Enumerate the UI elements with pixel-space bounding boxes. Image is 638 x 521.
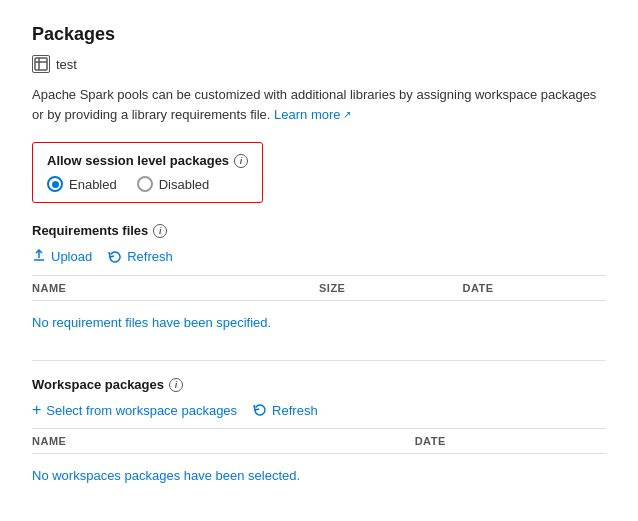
requirements-size-col: SIZE	[319, 282, 463, 294]
requirements-info-icon[interactable]: i	[153, 224, 167, 238]
requirements-empty-message: No requirement files have been specified…	[32, 305, 606, 340]
enabled-radio[interactable]: Enabled	[47, 176, 117, 192]
external-link-icon: ↗	[343, 107, 351, 122]
learn-more-link[interactable]: Learn more ↗	[274, 105, 350, 125]
session-packages-info-icon[interactable]: i	[234, 154, 248, 168]
pool-name-row: test	[32, 55, 606, 73]
workspace-refresh-icon	[253, 403, 267, 417]
disabled-radio[interactable]: Disabled	[137, 176, 210, 192]
requirements-refresh-icon	[108, 250, 122, 264]
page-title: Packages	[32, 24, 606, 45]
description-text: Apache Spark pools can be customized wit…	[32, 85, 606, 124]
enabled-label: Enabled	[69, 177, 117, 192]
select-workspace-packages-button[interactable]: + Select from workspace packages	[32, 402, 237, 418]
workspace-packages-info-icon[interactable]: i	[169, 378, 183, 392]
disabled-label: Disabled	[159, 177, 210, 192]
workspace-name-col: NAME	[32, 435, 415, 447]
requirements-section: Requirements files i Upload Refresh	[32, 223, 606, 340]
requirements-refresh-button[interactable]: Refresh	[108, 249, 173, 264]
upload-icon	[32, 248, 46, 265]
requirements-table-header: NAME SIZE DATE	[32, 275, 606, 301]
session-packages-label: Allow session level packages i	[47, 153, 248, 168]
requirements-toolbar: Upload Refresh	[32, 248, 606, 265]
plus-icon: +	[32, 402, 41, 418]
requirements-header: Requirements files i	[32, 223, 606, 238]
section-divider	[32, 360, 606, 361]
disabled-radio-circle	[137, 176, 153, 192]
svg-rect-0	[35, 58, 47, 70]
workspace-packages-empty-message: No workspaces packages have been selecte…	[32, 458, 606, 493]
workspace-packages-header: Workspace packages i	[32, 377, 606, 392]
workspace-packages-toolbar: + Select from workspace packages Refresh	[32, 402, 606, 418]
workspace-packages-section: Workspace packages i + Select from works…	[32, 377, 606, 493]
upload-button[interactable]: Upload	[32, 248, 92, 265]
requirements-date-col: DATE	[463, 282, 607, 294]
workspace-refresh-button[interactable]: Refresh	[253, 403, 318, 418]
enabled-radio-circle	[47, 176, 63, 192]
pool-name-label: test	[56, 57, 77, 72]
workspace-date-col: DATE	[415, 435, 606, 447]
workspace-packages-table-header: NAME DATE	[32, 428, 606, 454]
session-packages-box: Allow session level packages i Enabled D…	[32, 142, 263, 203]
requirements-name-col: NAME	[32, 282, 319, 294]
session-packages-radio-group: Enabled Disabled	[47, 176, 248, 192]
pool-icon	[32, 55, 50, 73]
